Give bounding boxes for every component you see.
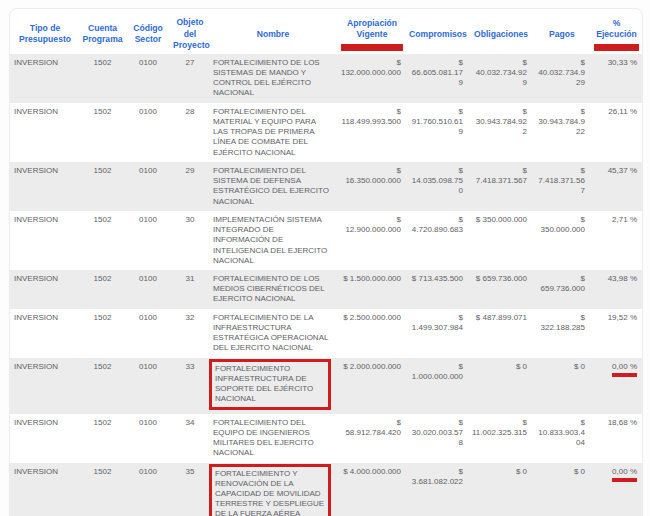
col-header-label: Apropiación Vigente — [347, 18, 397, 40]
cell-obligations: $ 659.736.000 — [469, 270, 533, 309]
cell-commitments: $ 3.681.082.022 — [407, 463, 469, 516]
execution-value: 43,98 % — [608, 274, 637, 284]
table-row: INVERSION 1502 0100 33 FORTALECIMIENTO I… — [10, 358, 642, 414]
execution-value: 2,71 % — [612, 215, 637, 225]
table-row: INVERSION 1502 0100 28 FORTALECIMIENTO D… — [10, 103, 642, 162]
table-row: INVERSION 1502 0100 32 FORTALECIMIENTO D… — [10, 309, 642, 358]
cell-project-name: FORTALECIMIENTO DEL SISTEMA DE DEFENSA E… — [209, 162, 337, 211]
col-header-obligations: Obligaciones — [469, 9, 533, 54]
cell-commitments: $ 91.760.510.619 — [407, 103, 469, 162]
execution-value: 45,37 % — [608, 166, 637, 176]
cell-project-object: 33 — [171, 358, 209, 414]
cell-payments: $ 0 — [533, 358, 591, 414]
cell-project-name: FORTALECIMIENTO DEL MATERIAL Y EQUIPO PA… — [209, 103, 337, 162]
col-header-payments: Pagos — [533, 9, 591, 54]
col-header-program-account: Cuenta Programa — [80, 9, 125, 54]
execution-value-red-underline-annotation: 0,00 % — [612, 362, 637, 377]
budget-execution-table: Tipo de Presupuesto Cuenta Programa Códi… — [10, 9, 642, 516]
cell-budget-type: INVERSION — [10, 162, 80, 211]
table-row: INVERSION 1502 0100 27 FORTALECIMIENTO D… — [10, 54, 642, 103]
cell-sector-code: 0100 — [125, 270, 171, 309]
cell-project-name: IMPLEMENTACIÓN SISTEMA INTEGRADO DE INFO… — [209, 211, 337, 270]
cell-current-appropriation: $ 2.500.000.000 — [337, 309, 407, 358]
col-header-label: Nombre — [257, 29, 289, 39]
cell-execution-pct: 2,71 % — [591, 211, 642, 270]
cell-budget-type: INVERSION — [10, 463, 80, 516]
col-header-execution-pct: % Ejecución — [591, 9, 642, 54]
cell-payments: $ 30.943.784.922 — [533, 103, 591, 162]
cell-sector-code: 0100 — [125, 162, 171, 211]
table-body: INVERSION 1502 0100 27 FORTALECIMIENTO D… — [10, 54, 642, 516]
cell-payments: $ 7.418.371.567 — [533, 162, 591, 211]
cell-commitments: $ 14.035.098.750 — [407, 162, 469, 211]
cell-obligations: $ 350.000.000 — [469, 211, 533, 270]
cell-sector-code: 0100 — [125, 211, 171, 270]
cell-commitments: $ 66.605.081.179 — [407, 54, 469, 103]
cell-project-name: FORTALECIMIENTO INFRAESTRUCTURA DE SOPOR… — [209, 358, 337, 414]
cell-budget-type: INVERSION — [10, 54, 80, 103]
cell-commitments: $ 1.000.000.000 — [407, 358, 469, 414]
cell-current-appropriation: $ 12.900.000.000 — [337, 211, 407, 270]
budget-table-card: Tipo de Presupuesto Cuenta Programa Códi… — [9, 8, 643, 516]
cell-current-appropriation: $ 2.000.000.000 — [337, 358, 407, 414]
col-header-label: % Ejecución — [596, 18, 637, 40]
cell-obligations: $ 0 — [469, 358, 533, 414]
project-name-text: FORTALECIMIENTO DE LOS MEDIOS CIBERNÉTIC… — [213, 274, 331, 305]
cell-program-account: 1502 — [80, 103, 125, 162]
table-row: INVERSION 1502 0100 31 FORTALECIMIENTO D… — [10, 270, 642, 309]
cell-project-object: 34 — [171, 414, 209, 463]
cell-budget-type: INVERSION — [10, 270, 80, 309]
cell-program-account: 1502 — [80, 162, 125, 211]
cell-execution-pct: 30,33 % — [591, 54, 642, 103]
cell-current-appropriation: $ 4.000.000.000 — [337, 463, 407, 516]
cell-program-account: 1502 — [80, 358, 125, 414]
table-row: INVERSION 1502 0100 34 FORTALECIMIENTO D… — [10, 414, 642, 463]
project-name-text-red-box-annotation: FORTALECIMIENTO INFRAESTRUCTURA DE SOPOR… — [209, 359, 331, 410]
cell-execution-pct: 26,11 % — [591, 103, 642, 162]
col-header-label: Obligaciones — [474, 29, 528, 39]
cell-commitments: $ 713.435.500 — [407, 270, 469, 309]
cell-payments: $ 659.736.000 — [533, 270, 591, 309]
col-header-commitments: Compromisos — [407, 9, 469, 54]
cell-program-account: 1502 — [80, 309, 125, 358]
cell-execution-pct: 43,98 % — [591, 270, 642, 309]
cell-project-object: 31 — [171, 270, 209, 309]
cell-project-name: FORTALECIMIENTO DE LA INFRAESTRUCTURA ES… — [209, 309, 337, 358]
cell-commitments: $ 30.020.003.578 — [407, 414, 469, 463]
cell-budget-type: INVERSION — [10, 103, 80, 162]
execution-value: 30,33 % — [608, 58, 637, 68]
project-name-text: FORTALECIMIENTO DEL EQUIPO DE INGENIEROS… — [213, 418, 331, 459]
col-header-label: Cuenta Programa — [82, 23, 122, 45]
cell-payments: $ 10.833.903.404 — [533, 414, 591, 463]
execution-value: 26,11 % — [608, 107, 637, 117]
execution-value-red-underline-annotation: 0,00 % — [612, 467, 637, 482]
cell-project-name: FORTALECIMIENTO DEL EQUIPO DE INGENIEROS… — [209, 414, 337, 463]
red-underline-annotation — [341, 44, 403, 51]
col-header-label: Objeto del Proyecto — [173, 17, 210, 50]
cell-payments: $ 322.188.285 — [533, 309, 591, 358]
cell-budget-type: INVERSION — [10, 414, 80, 463]
cell-obligations: $ 30.943.784.922 — [469, 103, 533, 162]
cell-payments: $ 40.032.734.929 — [533, 54, 591, 103]
cell-execution-pct: 18,68 % — [591, 414, 642, 463]
project-name-text-red-box-annotation: FORTALECIMIENTO Y RENOVACIÓN DE LA CAPAC… — [209, 464, 331, 516]
cell-payments: $ 0 — [533, 463, 591, 516]
cell-project-name: FORTALECIMIENTO DE LOS SISTEMAS DE MANDO… — [209, 54, 337, 103]
cell-current-appropriation: $ 1.500.000.000 — [337, 270, 407, 309]
project-name-text: FORTALECIMIENTO DEL SISTEMA DE DEFENSA E… — [213, 166, 331, 207]
page-root: { "colors": { "header_blue": "#2e6bd3", … — [0, 0, 650, 516]
col-header-current-appropriation: Apropiación Vigente — [337, 9, 407, 54]
project-name-text: FORTALECIMIENTO DE LA INFRAESTRUCTURA ES… — [213, 313, 331, 354]
table-row: INVERSION 1502 0100 30 IMPLEMENTACIÓN SI… — [10, 211, 642, 270]
cell-project-object: 32 — [171, 309, 209, 358]
cell-execution-pct: 19,52 % — [591, 309, 642, 358]
cell-program-account: 1502 — [80, 54, 125, 103]
cell-obligations: $ 0 — [469, 463, 533, 516]
cell-payments: $ 350.000.000 — [533, 211, 591, 270]
cell-budget-type: INVERSION — [10, 211, 80, 270]
col-header-label: Código Sector — [133, 23, 163, 45]
red-underline-annotation — [594, 44, 638, 51]
cell-project-object: 29 — [171, 162, 209, 211]
cell-obligations: $ 7.418.371.567 — [469, 162, 533, 211]
execution-value: 18,68 % — [608, 418, 637, 428]
